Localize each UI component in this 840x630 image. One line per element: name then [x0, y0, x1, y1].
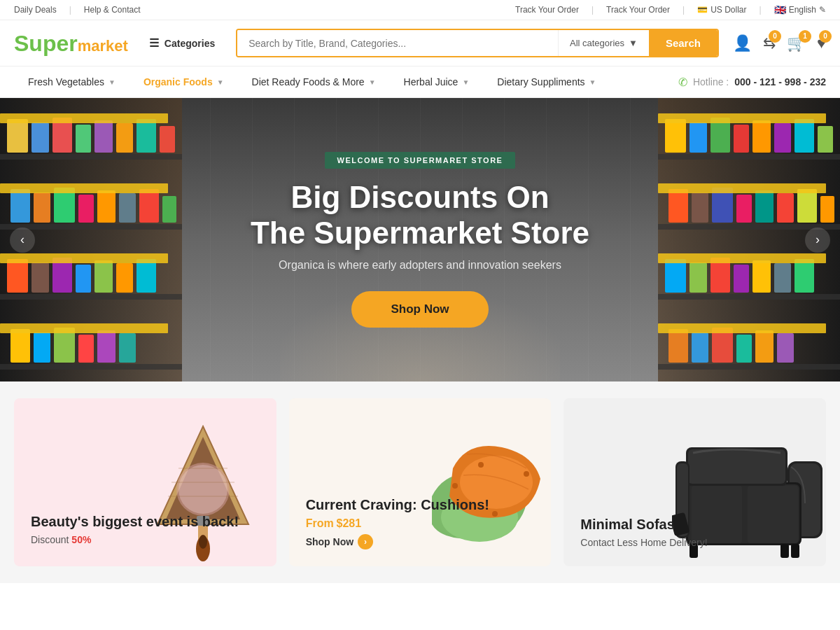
- promo-card-beauty-content: Beauty's biggest event is back! Discount…: [14, 496, 255, 566]
- language-selector[interactable]: 🇬🇧 English ✎: [774, 4, 826, 15]
- promo-card-sofas-content: Minimal Sofas Contact Less Home Delivery…: [564, 499, 724, 566]
- nav-item-organic-foods[interactable]: Organic Foods ▼: [130, 66, 238, 97]
- account-icon-button[interactable]: 👤: [733, 34, 752, 52]
- categories-label: Categories: [164, 38, 215, 49]
- hero-title-line2: The Supermarket Store: [251, 216, 589, 250]
- svg-rect-13: [34, 192, 50, 223]
- hero-prev-button[interactable]: ‹: [10, 227, 35, 253]
- hero-next-button[interactable]: ›: [805, 227, 830, 253]
- svg-rect-11: [160, 126, 175, 153]
- daily-deals-link[interactable]: Daily Deals: [14, 5, 57, 15]
- svg-rect-49: [668, 189, 688, 223]
- hotline-label: Hotline :: [693, 76, 729, 88]
- hotline-number: 000 - 121 - 998 - 232: [734, 76, 826, 88]
- nav-label-herbal-juice: Herbal Juice: [404, 76, 458, 88]
- svg-rect-30: [78, 335, 94, 363]
- svg-rect-57: [665, 259, 686, 293]
- svg-rect-36: [0, 323, 168, 333]
- svg-rect-42: [690, 122, 707, 153]
- svg-rect-61: [752, 260, 771, 293]
- hero-banner: WELCOME TO SUPERMARET STORE Big Discount…: [0, 98, 840, 382]
- promo-beauty-discount: Discount 50%: [31, 534, 239, 545]
- svg-rect-18: [139, 189, 159, 223]
- topbar-right: Track Your Order | Track Your Order | 💳 …: [515, 4, 826, 15]
- svg-rect-8: [94, 120, 113, 153]
- promo-card-sofas: Minimal Sofas Contact Less Home Delivery…: [564, 398, 826, 566]
- search-category-dropdown[interactable]: All categories ▼: [558, 30, 649, 56]
- cart-icon-button[interactable]: 🛒 1: [787, 34, 806, 52]
- logo-super: Super: [14, 31, 78, 56]
- svg-rect-47: [794, 119, 814, 153]
- language-label: English: [789, 5, 816, 15]
- discount-label: Discount: [31, 534, 69, 545]
- nav-item-diet-ready[interactable]: Diet Ready Foods & More ▼: [238, 66, 390, 97]
- chevron-down-icon: ▼: [217, 78, 224, 86]
- svg-rect-64: [668, 329, 688, 363]
- hero-badge: WELCOME TO SUPERMARET STORE: [325, 152, 516, 169]
- track-order-link-1[interactable]: Track Your Order: [515, 5, 579, 15]
- flag-icon: 🇬🇧: [774, 4, 786, 15]
- shop-now-button[interactable]: Shop Now: [351, 291, 488, 328]
- nav-label-diet-ready: Diet Ready Foods & More: [252, 76, 365, 88]
- logo-market: market: [78, 37, 128, 55]
- svg-rect-27: [10, 329, 30, 363]
- currency-selector[interactable]: 💳 US Dollar: [697, 5, 746, 15]
- arrow-circle-icon: ›: [358, 534, 373, 550]
- user-icon: 👤: [733, 34, 752, 52]
- compare-icon-button[interactable]: ⇆ 0: [763, 34, 776, 52]
- svg-rect-72: [658, 253, 826, 263]
- nav-item-dietary-suppliments[interactable]: Dietary Suppliments ▼: [483, 66, 610, 97]
- svg-rect-28: [34, 332, 50, 363]
- currency-label: US Dollar: [710, 5, 746, 15]
- topbar: Daily Deals | Help & Contact Track Your …: [0, 0, 840, 20]
- topbar-left: Daily Deals | Help & Contact: [14, 5, 141, 15]
- promo-card-beauty: Beauty's biggest event is back! Discount…: [14, 398, 276, 566]
- chevron-down-icon: ▼: [369, 78, 376, 86]
- hero-subtitle: Organica is where early adopters and inn…: [251, 259, 589, 272]
- svg-rect-73: [658, 323, 826, 333]
- svg-rect-39: [658, 294, 840, 300]
- search-button[interactable]: Search: [649, 30, 718, 56]
- wishlist-icon-button[interactable]: ♥ 0: [817, 34, 826, 52]
- svg-rect-58: [690, 262, 707, 293]
- svg-rect-7: [76, 125, 91, 153]
- svg-rect-17: [119, 193, 136, 223]
- promo-cushions-title: Current Craving: Cushions!: [306, 496, 489, 513]
- search-input[interactable]: [237, 30, 558, 56]
- currency-icon: 💳: [697, 5, 708, 15]
- nav-item-herbal-juice[interactable]: Herbal Juice ▼: [390, 66, 484, 97]
- help-contact-link[interactable]: Help & Contact: [84, 5, 141, 15]
- svg-rect-21: [31, 262, 49, 293]
- chevron-down-icon: ▼: [108, 78, 115, 86]
- svg-rect-62: [774, 263, 791, 293]
- svg-rect-44: [734, 125, 749, 153]
- svg-rect-70: [658, 113, 826, 123]
- svg-rect-40: [658, 364, 840, 370]
- svg-rect-9: [116, 123, 133, 153]
- svg-rect-41: [665, 119, 686, 153]
- from-label: From: [306, 517, 334, 529]
- svg-rect-4: [7, 119, 28, 153]
- svg-rect-31: [97, 330, 115, 363]
- svg-rect-23: [76, 265, 91, 293]
- main-nav: Fresh Vegetables ▼ Organic Foods ▼ Diet …: [0, 66, 840, 98]
- svg-rect-69: [777, 333, 794, 363]
- svg-rect-35: [0, 253, 168, 263]
- language-dropdown-icon: ✎: [819, 5, 826, 15]
- svg-rect-24: [94, 260, 113, 293]
- promo-beauty-title: Beauty's biggest event is back!: [31, 513, 239, 530]
- nav-item-fresh-vegetables[interactable]: Fresh Vegetables ▼: [14, 66, 130, 97]
- compare-badge: 0: [769, 30, 781, 43]
- menu-icon: ☰: [149, 36, 159, 50]
- wishlist-badge: 0: [819, 30, 832, 43]
- svg-rect-60: [734, 265, 749, 293]
- svg-rect-3: [0, 364, 182, 370]
- track-order-link-2[interactable]: Track Your Order: [606, 5, 670, 15]
- header-icons: 👤 ⇆ 0 🛒 1 ♥ 0: [733, 34, 826, 52]
- categories-button[interactable]: ☰ Categories: [142, 36, 222, 50]
- svg-rect-68: [755, 330, 774, 363]
- search-bar: All categories ▼ Search: [236, 29, 719, 57]
- logo[interactable]: Supermarket: [14, 32, 128, 55]
- cart-badge: 1: [799, 30, 811, 43]
- promo-cushions-shop-link[interactable]: Shop Now ›: [306, 534, 489, 550]
